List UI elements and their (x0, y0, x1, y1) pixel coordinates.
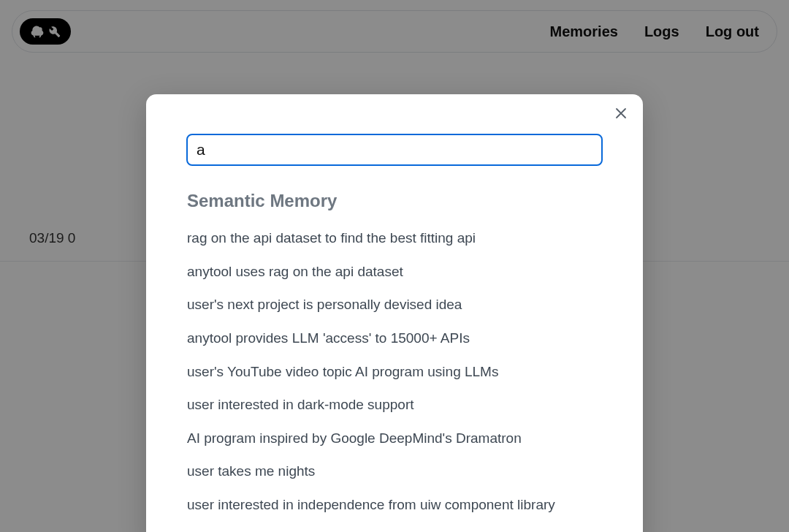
section-heading-semantic-memory: Semantic Memory (171, 191, 618, 211)
search-result-item[interactable]: AI program inspired by Google DeepMind's… (187, 422, 618, 455)
close-button[interactable] (609, 102, 633, 125)
search-result-item[interactable]: anytool uses rag on the api dataset (187, 255, 618, 289)
search-results: rag on the api dataset to find the best … (171, 221, 618, 532)
close-icon (615, 107, 627, 119)
search-result-item[interactable]: user interested in textarea encapsulatio… (187, 522, 618, 532)
search-result-item[interactable]: user takes me nights (187, 455, 618, 488)
search-result-item[interactable]: anytool provides LLM 'access' to 15000+ … (187, 322, 618, 355)
search-result-item[interactable]: user interested in independence from uiw… (187, 488, 618, 522)
search-result-item[interactable]: user's YouTube video topic AI program us… (187, 355, 618, 389)
search-result-item[interactable]: rag on the api dataset to find the best … (187, 221, 618, 255)
search-result-item[interactable]: user's next project is personally devise… (187, 288, 618, 322)
search-result-item[interactable]: user interested in dark-mode support (187, 388, 618, 422)
memory-search-input[interactable] (186, 134, 603, 166)
search-modal: Semantic Memory rag on the api dataset t… (146, 94, 643, 532)
